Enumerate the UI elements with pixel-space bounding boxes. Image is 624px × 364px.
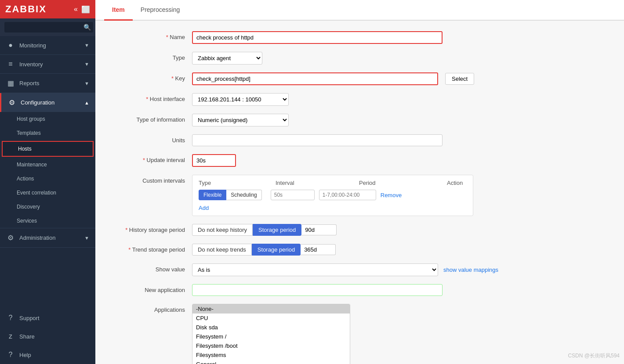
name-input[interactable]: [192, 31, 443, 44]
sidebar-item-host-groups[interactable]: Host groups: [0, 112, 95, 126]
app-option-filesystem-boot[interactable]: Filesystem /boot: [192, 341, 350, 350]
ci-type-buttons: Flexible Scheduling: [199, 190, 262, 200]
trend-storage-period-btn[interactable]: Storage period: [252, 244, 301, 256]
help-icon: ?: [6, 351, 15, 359]
ci-remove-link[interactable]: Remove: [381, 192, 402, 198]
applications-listbox[interactable]: -None- CPU Disk sda Filesystem / Filesys…: [192, 304, 350, 364]
sidebar-item-hosts[interactable]: Hosts: [2, 141, 94, 157]
sidebar-item-administration-label: Administration: [19, 234, 55, 241]
type-of-info-label: Type of information: [109, 114, 192, 123]
discovery-label: Discovery: [17, 204, 40, 210]
history-no-keep-btn[interactable]: Do not keep history: [192, 224, 253, 236]
sidebar-bottom: ? Support z Share ? Help: [0, 309, 95, 364]
host-interface-label: * Host interface: [109, 93, 192, 102]
key-select-button[interactable]: Select: [445, 73, 474, 85]
app-option-general[interactable]: General: [192, 360, 350, 364]
sidebar-item-services[interactable]: Services: [0, 214, 95, 228]
history-value-input[interactable]: [301, 224, 337, 235]
sidebar-item-support[interactable]: ? Support: [0, 309, 95, 327]
nav-section-configuration: ⚙ Configuration ▲ Host groups Templates …: [0, 93, 95, 228]
sidebar-item-help[interactable]: ? Help: [0, 346, 95, 364]
sidebar-item-event-correlation[interactable]: Event correlation: [0, 186, 95, 200]
ci-scheduling-btn[interactable]: Scheduling: [226, 190, 261, 200]
new-application-input[interactable]: [192, 284, 443, 296]
history-storage-row: * History storage period Do not keep his…: [109, 224, 611, 236]
app-option-disk-sda[interactable]: Disk sda: [192, 323, 350, 332]
update-interval-control: [192, 154, 611, 167]
sidebar-item-configuration[interactable]: ⚙ Configuration ▲: [0, 93, 95, 112]
ci-interval-input[interactable]: [271, 190, 315, 200]
nav-section-administration: ⚙ Administration ▼: [0, 228, 95, 248]
app-option-filesystems[interactable]: Filesystems: [192, 350, 350, 360]
update-interval-input[interactable]: [192, 154, 236, 167]
collapse-icon[interactable]: «: [74, 5, 78, 14]
type-of-info-select[interactable]: Numeric (unsigned) Numeric (float) Chara…: [192, 114, 289, 126]
nav-section-monitoring: ● Monitoring ▼: [0, 36, 95, 55]
sidebar-logo-icons: « ⬜: [74, 5, 90, 14]
support-label: Support: [19, 315, 40, 321]
ci-add-link[interactable]: Add: [199, 205, 209, 211]
actions-label: Actions: [17, 176, 34, 182]
units-input[interactable]: [192, 134, 443, 146]
name-label: * Name: [109, 31, 192, 40]
host-interface-select[interactable]: 192.168.201.144 : 10050: [192, 93, 289, 106]
ci-period-input[interactable]: [319, 190, 376, 200]
history-storage-period-btn[interactable]: Storage period: [253, 224, 301, 236]
type-of-info-control: Numeric (unsigned) Numeric (float) Chara…: [192, 114, 611, 126]
new-application-row: New application: [109, 284, 611, 296]
help-label: Help: [19, 352, 31, 358]
sidebar-item-inventory-label: Inventory: [19, 61, 43, 68]
ci-col-type-header: Type: [199, 180, 276, 186]
hosts-label: Hosts: [18, 146, 32, 152]
expand-icon[interactable]: ⬜: [81, 5, 90, 14]
trend-no-keep-btn[interactable]: Do not keep trends: [192, 244, 252, 256]
units-control: [192, 134, 611, 146]
trend-value-input[interactable]: [301, 244, 336, 255]
logo-text: ZABBIX: [5, 4, 47, 15]
tab-preprocessing[interactable]: Preprocessing: [133, 0, 188, 21]
reports-icon: ▦: [6, 79, 15, 87]
app-option-none[interactable]: -None-: [192, 304, 350, 314]
key-input[interactable]: [192, 72, 438, 85]
monitoring-icon: ●: [6, 41, 15, 49]
trend-required: *: [128, 246, 132, 253]
app-option-filesystem-root[interactable]: Filesystem /: [192, 332, 350, 341]
sidebar-item-administration[interactable]: ⚙ Administration ▼: [0, 228, 95, 247]
sidebar-item-share[interactable]: z Share: [0, 327, 95, 346]
show-value-row-inner: As is show value mappings: [192, 263, 611, 276]
sidebar-item-inventory[interactable]: ≡ Inventory ▼: [0, 55, 95, 73]
history-storage-label: * History storage period: [109, 224, 192, 233]
sidebar-item-templates[interactable]: Templates: [0, 126, 95, 140]
host-interface-row: * Host interface 192.168.201.144 : 10050: [109, 93, 611, 106]
search-icon: 🔍: [83, 24, 91, 31]
applications-label: Applications: [109, 304, 192, 313]
key-control: Select: [192, 72, 611, 85]
update-interval-row: * Update interval: [109, 154, 611, 167]
show-value-select[interactable]: As is: [192, 263, 438, 276]
sidebar: ZABBIX « ⬜ 🔍 ● Monitoring ▼ ≡ Inventory …: [0, 0, 95, 364]
ci-col-action-header: Action: [447, 180, 467, 186]
sidebar-item-maintenance[interactable]: Maintenance: [0, 158, 95, 172]
show-value-mappings-link[interactable]: show value mappings: [443, 267, 498, 273]
sidebar-item-monitoring[interactable]: ● Monitoring ▼: [0, 36, 95, 54]
key-required: *: [171, 75, 175, 82]
sidebar-item-reports[interactable]: ▦ Reports ▼: [0, 74, 95, 93]
nav-section-reports: ▦ Reports ▼: [0, 74, 95, 93]
search-input[interactable]: [4, 22, 93, 32]
inventory-icon: ≡: [6, 60, 15, 68]
services-label: Services: [17, 218, 37, 224]
app-option-cpu[interactable]: CPU: [192, 314, 350, 323]
type-select[interactable]: Zabbix agent Zabbix agent (active) Simpl…: [192, 52, 262, 65]
new-application-label: New application: [109, 284, 192, 293]
tab-item[interactable]: Item: [104, 0, 133, 21]
ci-flexible-btn[interactable]: Flexible: [199, 190, 226, 200]
sidebar-item-discovery[interactable]: Discovery: [0, 200, 95, 214]
name-row: * Name: [109, 31, 611, 44]
sidebar-item-actions[interactable]: Actions: [0, 172, 95, 186]
history-storage-buttons: Do not keep history Storage period: [192, 224, 611, 236]
host-interface-required: *: [146, 96, 150, 102]
host-groups-label: Host groups: [17, 116, 45, 122]
tabs-bar: Item Preprocessing: [95, 0, 624, 21]
sidebar-search-bar: 🔍: [0, 18, 95, 36]
show-value-row: Show value As is show value mappings: [109, 263, 611, 276]
